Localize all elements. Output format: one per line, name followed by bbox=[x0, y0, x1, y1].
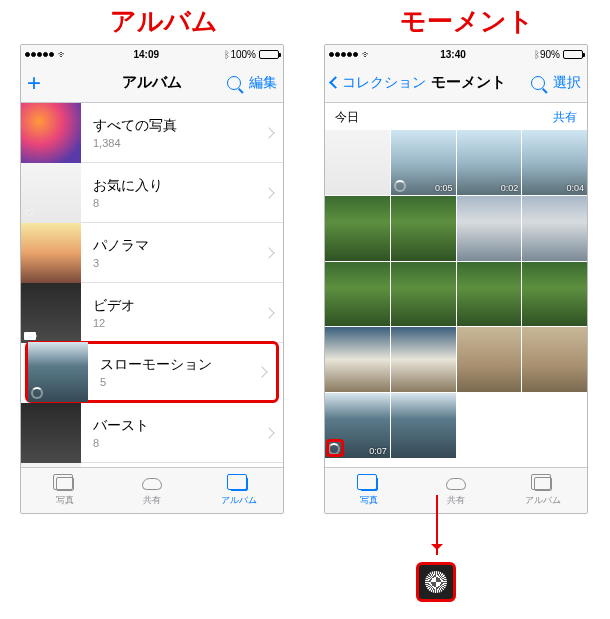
plus-icon: + bbox=[27, 71, 41, 95]
video-duration: 0:07 bbox=[369, 446, 387, 456]
photo-cell[interactable]: 0:05 bbox=[391, 130, 456, 195]
select-button[interactable]: 選択 bbox=[553, 74, 581, 92]
album-count: 1,384 bbox=[93, 137, 265, 149]
annotation-slomo-icon bbox=[416, 562, 456, 602]
album-thumb: ♡ bbox=[21, 163, 81, 223]
photo-cell[interactable]: 0:07 bbox=[325, 393, 390, 458]
phone-albums: ᯤ 14:09 ᛒ 100% + アルバム 編集 すべての写真1,384♡お気に… bbox=[20, 44, 284, 514]
album-row[interactable]: バースト8 bbox=[21, 403, 283, 463]
album-thumb bbox=[28, 342, 88, 402]
chevron-right-icon bbox=[263, 307, 274, 318]
add-button[interactable]: + bbox=[27, 71, 97, 95]
moments-content[interactable]: 今日 共有 0:050:020:040:07 写真: 1,373枚、ビデオ12本… bbox=[325, 103, 587, 467]
album-thumb bbox=[21, 103, 81, 163]
back-button[interactable]: コレクション bbox=[331, 74, 426, 92]
tab-shared[interactable]: 共有 bbox=[412, 468, 499, 513]
album-row[interactable]: ♡お気に入り8 bbox=[21, 163, 283, 223]
tab-albums[interactable]: アルバム bbox=[196, 468, 283, 513]
album-thumb bbox=[21, 463, 81, 468]
album-title: スローモーション bbox=[100, 356, 258, 374]
nav-title: アルバム bbox=[97, 73, 207, 92]
section-share[interactable]: 共有 bbox=[553, 109, 577, 126]
photo-grid: 0:050:020:040:07 bbox=[325, 130, 587, 458]
tab-photos[interactable]: 写真 bbox=[325, 468, 412, 513]
search-icon[interactable] bbox=[227, 76, 241, 90]
album-row[interactable]: 非表示 bbox=[21, 463, 283, 467]
photo-cell[interactable]: 0:04 bbox=[522, 130, 587, 195]
photo-cell[interactable] bbox=[325, 196, 390, 261]
chevron-right-icon bbox=[263, 187, 274, 198]
annotation-tile-highlight bbox=[326, 439, 344, 457]
annotation-right: モーメント bbox=[400, 4, 534, 39]
navbar: + アルバム 編集 bbox=[21, 63, 283, 103]
album-row[interactable]: スローモーション5 bbox=[25, 341, 279, 403]
tabbar: 写真 共有 アルバム bbox=[325, 467, 587, 513]
photo-cell[interactable] bbox=[522, 196, 587, 261]
photo-cell[interactable] bbox=[457, 262, 522, 327]
album-title: バースト bbox=[93, 417, 265, 435]
battery-icon bbox=[259, 50, 279, 59]
photo-cell[interactable] bbox=[325, 327, 390, 392]
navbar: コレクション モーメント 選択 bbox=[325, 63, 587, 103]
section-header: 今日 共有 bbox=[325, 103, 587, 130]
album-count: 8 bbox=[93, 437, 265, 449]
album-count: 8 bbox=[93, 197, 265, 209]
album-title: すべての写真 bbox=[93, 117, 265, 135]
album-title: お気に入り bbox=[93, 177, 265, 195]
wifi-icon: ᯤ bbox=[362, 49, 372, 60]
photo-cell[interactable] bbox=[391, 393, 456, 458]
photo-cell[interactable]: 0:02 bbox=[457, 130, 522, 195]
slomo-icon bbox=[31, 387, 43, 399]
edit-button[interactable]: 編集 bbox=[249, 74, 277, 92]
battery-pct: 90% bbox=[540, 49, 560, 60]
annotation-left: アルバム bbox=[110, 4, 218, 39]
photo-cell[interactable] bbox=[457, 196, 522, 261]
chevron-right-icon bbox=[263, 127, 274, 138]
signal-icon bbox=[329, 52, 358, 57]
album-thumb bbox=[21, 403, 81, 463]
phone-moments: ᯤ 13:40 ᛒ 90% コレクション モーメント 選択 今日 共有 0:05… bbox=[324, 44, 588, 514]
photo-cell[interactable] bbox=[391, 196, 456, 261]
tabbar: 写真 共有 アルバム bbox=[21, 467, 283, 513]
section-date: 今日 bbox=[335, 109, 359, 126]
tab-shared[interactable]: 共有 bbox=[108, 468, 195, 513]
status-time: 13:40 bbox=[372, 49, 534, 60]
summary: 写真: 1,373枚、ビデオ12本 16個の項目をアップロード中 bbox=[325, 458, 587, 467]
album-count: 5 bbox=[100, 376, 258, 388]
album-title: パノラマ bbox=[93, 237, 265, 255]
video-duration: 0:02 bbox=[501, 183, 519, 193]
chevron-right-icon bbox=[256, 366, 267, 377]
battery-icon bbox=[563, 50, 583, 59]
album-row[interactable]: パノラマ3 bbox=[21, 223, 283, 283]
photo-cell[interactable] bbox=[391, 327, 456, 392]
photo-cell[interactable] bbox=[522, 262, 587, 327]
status-time: 14:09 bbox=[68, 49, 224, 60]
annotation-arrow bbox=[436, 495, 438, 555]
album-count: 12 bbox=[93, 317, 265, 329]
photo-cell[interactable] bbox=[457, 327, 522, 392]
photo-cell[interactable] bbox=[325, 262, 390, 327]
tab-photos[interactable]: 写真 bbox=[21, 468, 108, 513]
albums-list[interactable]: すべての写真1,384♡お気に入り8パノラマ3ビデオ12スローモーション5バース… bbox=[21, 103, 283, 467]
album-thumb bbox=[21, 283, 81, 343]
tab-albums[interactable]: アルバム bbox=[500, 468, 587, 513]
video-icon bbox=[24, 332, 36, 340]
album-count: 3 bbox=[93, 257, 265, 269]
chevron-left-icon bbox=[329, 76, 342, 89]
photo-cell[interactable] bbox=[522, 327, 587, 392]
status-bar: ᯤ 14:09 ᛒ 100% bbox=[21, 45, 283, 63]
album-row[interactable]: すべての写真1,384 bbox=[21, 103, 283, 163]
search-icon[interactable] bbox=[531, 76, 545, 90]
battery-pct: 100% bbox=[230, 49, 256, 60]
nav-title: モーメント bbox=[426, 73, 511, 92]
chevron-right-icon bbox=[263, 427, 274, 438]
chevron-right-icon bbox=[263, 247, 274, 258]
video-duration: 0:04 bbox=[566, 183, 584, 193]
photo-cell[interactable] bbox=[325, 130, 390, 195]
album-title: ビデオ bbox=[93, 297, 265, 315]
album-thumb bbox=[21, 223, 81, 283]
signal-icon bbox=[25, 52, 54, 57]
video-duration: 0:05 bbox=[435, 183, 453, 193]
album-row[interactable]: ビデオ12 bbox=[21, 283, 283, 343]
photo-cell[interactable] bbox=[391, 262, 456, 327]
